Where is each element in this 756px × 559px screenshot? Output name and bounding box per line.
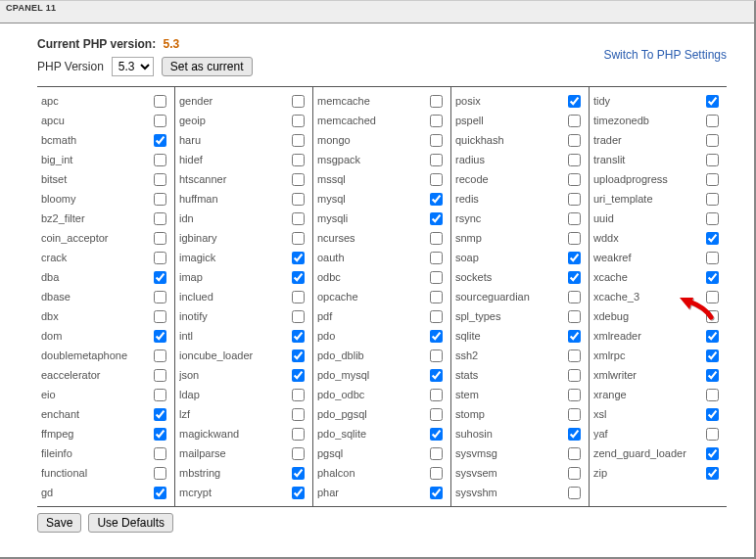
extension-checkbox-ldap[interactable] xyxy=(292,389,305,401)
extension-checkbox-eaccelerator[interactable] xyxy=(154,369,166,382)
extension-checkbox-memcached[interactable] xyxy=(430,115,443,127)
php-version-select[interactable]: 5.3 xyxy=(112,57,154,76)
extension-checkbox-oauth[interactable] xyxy=(430,252,443,264)
extension-checkbox-xdebug[interactable] xyxy=(706,310,719,323)
extension-checkbox-htscanner[interactable] xyxy=(292,173,305,186)
set-as-current-button[interactable]: Set as current xyxy=(162,57,253,76)
extension-checkbox-bz2_filter[interactable] xyxy=(154,212,166,225)
extension-checkbox-doublemetaphone[interactable] xyxy=(154,349,166,362)
save-button[interactable]: Save xyxy=(37,513,81,533)
extension-checkbox-igbinary[interactable] xyxy=(292,232,305,245)
extension-checkbox-dba[interactable] xyxy=(154,271,166,284)
extension-checkbox-xsl[interactable] xyxy=(706,408,719,421)
extension-checkbox-apc[interactable] xyxy=(154,95,166,108)
extension-checkbox-stem[interactable] xyxy=(568,389,581,401)
extension-checkbox-mailparse[interactable] xyxy=(292,447,305,460)
extension-checkbox-bloomy[interactable] xyxy=(154,193,166,206)
extension-checkbox-gd[interactable] xyxy=(154,487,166,499)
extension-checkbox-trader[interactable] xyxy=(706,134,719,147)
extension-checkbox-pdo_sqlite[interactable] xyxy=(430,428,443,441)
extension-checkbox-weakref[interactable] xyxy=(706,252,719,264)
extension-checkbox-idn[interactable] xyxy=(292,212,305,225)
extension-checkbox-memcache[interactable] xyxy=(430,95,443,108)
extension-checkbox-xmlrpc[interactable] xyxy=(706,349,719,362)
extension-checkbox-inotify[interactable] xyxy=(292,310,305,323)
extension-checkbox-big_int[interactable] xyxy=(154,154,166,166)
extension-checkbox-phar[interactable] xyxy=(430,487,443,499)
extension-checkbox-dbase[interactable] xyxy=(154,291,166,303)
extension-checkbox-uuid[interactable] xyxy=(706,212,719,225)
extension-checkbox-soap[interactable] xyxy=(568,252,581,264)
extension-checkbox-ncurses[interactable] xyxy=(430,232,443,245)
extension-checkbox-json[interactable] xyxy=(292,369,305,382)
extension-checkbox-geoip[interactable] xyxy=(292,115,305,127)
extension-checkbox-zend_guard_loader[interactable] xyxy=(706,447,719,460)
extension-checkbox-lzf[interactable] xyxy=(292,408,305,421)
extension-checkbox-xmlwriter[interactable] xyxy=(706,369,719,382)
extension-checkbox-pdo[interactable] xyxy=(430,330,443,343)
extension-checkbox-translit[interactable] xyxy=(706,154,719,166)
extension-checkbox-mongo[interactable] xyxy=(430,134,443,147)
extension-checkbox-eio[interactable] xyxy=(154,389,166,401)
extension-checkbox-bcmath[interactable] xyxy=(154,134,166,147)
extension-checkbox-timezonedb[interactable] xyxy=(706,115,719,127)
extension-checkbox-xmlreader[interactable] xyxy=(706,330,719,343)
extension-checkbox-recode[interactable] xyxy=(568,173,581,186)
extension-checkbox-apcu[interactable] xyxy=(154,115,166,127)
extension-checkbox-magickwand[interactable] xyxy=(292,428,305,441)
extension-checkbox-enchant[interactable] xyxy=(154,408,166,421)
use-defaults-button[interactable]: Use Defaults xyxy=(88,513,173,533)
extension-checkbox-coin_acceptor[interactable] xyxy=(154,232,166,245)
extension-checkbox-phalcon[interactable] xyxy=(430,467,443,480)
extension-checkbox-msgpack[interactable] xyxy=(430,154,443,166)
extension-checkbox-sysvshm[interactable] xyxy=(568,487,581,499)
extension-checkbox-spl_types[interactable] xyxy=(568,310,581,323)
extension-checkbox-uri_template[interactable] xyxy=(706,193,719,206)
extension-checkbox-crack[interactable] xyxy=(154,252,166,264)
extension-checkbox-odbc[interactable] xyxy=(430,271,443,284)
extension-checkbox-sockets[interactable] xyxy=(568,271,581,284)
extension-checkbox-fileinfo[interactable] xyxy=(154,447,166,460)
extension-checkbox-pdo_dblib[interactable] xyxy=(430,349,443,362)
extension-checkbox-sourceguardian[interactable] xyxy=(568,291,581,303)
extension-checkbox-sysvmsg[interactable] xyxy=(568,447,581,460)
extension-checkbox-haru[interactable] xyxy=(292,134,305,147)
extension-checkbox-pdo_pgsql[interactable] xyxy=(430,408,443,421)
extension-checkbox-stats[interactable] xyxy=(568,369,581,382)
extension-checkbox-uploadprogress[interactable] xyxy=(706,173,719,186)
extension-checkbox-pdf[interactable] xyxy=(430,310,443,323)
extension-checkbox-huffman[interactable] xyxy=(292,193,305,206)
extension-checkbox-posix[interactable] xyxy=(568,95,581,108)
extension-checkbox-sqlite[interactable] xyxy=(568,330,581,343)
extension-checkbox-radius[interactable] xyxy=(568,154,581,166)
extension-checkbox-pgsql[interactable] xyxy=(430,447,443,460)
extension-checkbox-mcrypt[interactable] xyxy=(292,487,305,499)
extension-checkbox-quickhash[interactable] xyxy=(568,134,581,147)
extension-checkbox-redis[interactable] xyxy=(568,193,581,206)
extension-checkbox-mssql[interactable] xyxy=(430,173,443,186)
extension-checkbox-ssh2[interactable] xyxy=(568,349,581,362)
extension-checkbox-suhosin[interactable] xyxy=(568,428,581,441)
extension-checkbox-stomp[interactable] xyxy=(568,408,581,421)
extension-checkbox-intl[interactable] xyxy=(292,330,305,343)
extension-checkbox-yaf[interactable] xyxy=(706,428,719,441)
extension-checkbox-ioncube_loader[interactable] xyxy=(292,349,305,362)
extension-checkbox-opcache[interactable] xyxy=(430,291,443,303)
extension-checkbox-ffmpeg[interactable] xyxy=(154,428,166,441)
extension-checkbox-xcache[interactable] xyxy=(706,271,719,284)
extension-checkbox-tidy[interactable] xyxy=(706,95,719,108)
extension-checkbox-mysql[interactable] xyxy=(430,193,443,206)
extension-checkbox-inclued[interactable] xyxy=(292,291,305,303)
extension-checkbox-rsync[interactable] xyxy=(568,212,581,225)
extension-checkbox-xrange[interactable] xyxy=(706,389,719,401)
extension-checkbox-hidef[interactable] xyxy=(292,154,305,166)
extension-checkbox-gender[interactable] xyxy=(292,95,305,108)
extension-checkbox-mysqli[interactable] xyxy=(430,212,443,225)
extension-checkbox-sysvsem[interactable] xyxy=(568,467,581,480)
extension-checkbox-pdo_mysql[interactable] xyxy=(430,369,443,382)
extension-checkbox-wddx[interactable] xyxy=(706,232,719,245)
extension-checkbox-pspell[interactable] xyxy=(568,115,581,127)
extension-checkbox-functional[interactable] xyxy=(154,467,166,480)
extension-checkbox-pdo_odbc[interactable] xyxy=(430,389,443,401)
extension-checkbox-bitset[interactable] xyxy=(154,173,166,186)
